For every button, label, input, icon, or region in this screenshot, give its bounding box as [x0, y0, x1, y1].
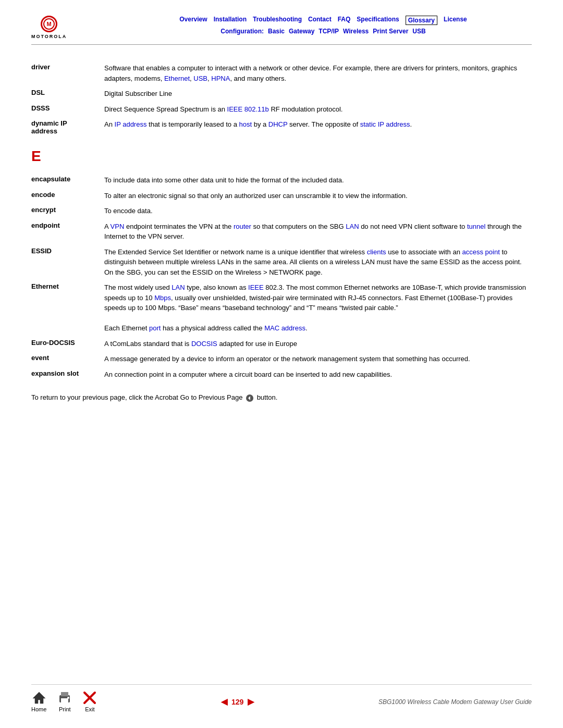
link-hpna[interactable]: HPNA [211, 75, 230, 82]
nav-bottom: Configuration: Basic Gateway TCP/IP Wire… [221, 28, 425, 35]
term-row-endpoint: endpoint A VPN endpoint terminates the V… [31, 219, 532, 244]
link-usb[interactable]: USB [193, 75, 207, 82]
term-essid: ESSID [31, 244, 104, 280]
term-dynamic-ip: dynamic IPaddress [31, 117, 104, 138]
nav-contact[interactable]: Contact [308, 16, 332, 25]
motorola-text-label: MOTOROLA [31, 34, 67, 39]
term-row-driver: driver Software that enables a computer … [31, 60, 532, 86]
link-tunnel[interactable]: tunnel [467, 223, 485, 230]
link-mbps[interactable]: Mbps [154, 294, 171, 302]
term-encode: encode [31, 188, 104, 204]
term-row-dsl: DSL Digital Subscriber Line [31, 86, 532, 102]
exit-icon [83, 691, 96, 705]
term-row-encode: encode To alter an electronic signal so … [31, 188, 532, 204]
link-static-ip[interactable]: static IP address [360, 120, 410, 128]
term-row-encrypt: encrypt To encode data. [31, 203, 532, 219]
next-page-button[interactable]: ▶ [248, 697, 254, 707]
home-icon [32, 691, 46, 705]
nav-usb[interactable]: USB [412, 28, 425, 35]
print-label: Print [59, 706, 71, 712]
exit-label: Exit [85, 706, 94, 712]
svg-rect-6 [61, 692, 68, 696]
link-host[interactable]: host [239, 120, 252, 128]
page-wrapper: M MOTOROLA Overview Installation Trouble… [0, 0, 563, 450]
term-row-dynamic-ip: dynamic IPaddress An IP address that is … [31, 117, 532, 138]
footer-note-text: To return to your previous page, click t… [31, 393, 242, 401]
nav-wireless[interactable]: Wireless [343, 28, 369, 35]
nav-troubleshooting[interactable]: Troubleshooting [253, 16, 302, 25]
term-encrypt: encrypt [31, 203, 104, 219]
term-driver: driver [31, 60, 104, 86]
link-ieee80211b[interactable]: IEEE 802.11b [227, 105, 269, 113]
nav-faq[interactable]: FAQ [338, 16, 351, 25]
svg-rect-7 [61, 698, 68, 702]
footer-note-end: button. [257, 393, 278, 401]
def-driver: Software that enables a computer to inte… [104, 60, 532, 86]
home-button[interactable]: Home [31, 691, 46, 712]
term-euro-docsis: Euro-DOCSIS [31, 336, 104, 352]
def-expansion-slot: An connection point in a computer where … [104, 367, 532, 382]
term-encapsulate: encapsulate [31, 172, 104, 188]
def-encode: To alter an electronic signal so that on… [104, 188, 532, 204]
nav-top: Overview Installation Troubleshooting Co… [179, 16, 467, 25]
nav-overview[interactable]: Overview [179, 16, 207, 25]
section-letter-e: E [31, 148, 532, 165]
svg-text:M: M [47, 21, 52, 27]
exit-button[interactable]: Exit [83, 691, 96, 712]
doc-title: SBG1000 Wireless Cable Modem Gateway Use… [378, 698, 532, 706]
term-dsss: DSSS [31, 102, 104, 117]
e-section-table: encapsulate To include data into some ot… [31, 172, 532, 382]
header: M MOTOROLA Overview Installation Trouble… [31, 16, 532, 45]
footer-center: ◀ 129 ▶ [96, 697, 378, 707]
term-row-euro-docsis: Euro-DOCSIS A tComLabs standard that is … [31, 336, 532, 352]
link-docsis[interactable]: DOCSIS [191, 340, 217, 348]
link-port[interactable]: port [149, 324, 161, 332]
svg-marker-4 [33, 692, 45, 704]
nav-license[interactable]: License [444, 16, 467, 25]
def-euro-docsis: A tComLabs standard that is DOCSIS adapt… [104, 336, 532, 352]
nav-basic[interactable]: Basic [268, 28, 285, 35]
logo-area: M MOTOROLA [31, 16, 115, 39]
nav-glossary[interactable]: Glossary [406, 16, 437, 25]
term-endpoint: endpoint [31, 219, 104, 244]
def-dsss: Direct Sequence Spread Spectrum is an IE… [104, 102, 532, 117]
footer-note: To return to your previous page, click t… [31, 392, 532, 403]
term-row-expansion-slot: expansion slot An connection point in a … [31, 367, 532, 382]
page-footer: Home Print Exit ◀ 129 [31, 684, 532, 712]
term-row-event: event A message generated by a device to… [31, 351, 532, 367]
motorola-logo: M MOTOROLA [31, 16, 67, 39]
term-row-dsss: DSSS Direct Sequence Spread Spectrum is … [31, 102, 532, 117]
nav-installation[interactable]: Installation [214, 16, 247, 25]
nav-specifications[interactable]: Specifications [357, 16, 399, 25]
prev-page-button[interactable]: ◀ [221, 697, 227, 707]
term-event: event [31, 351, 104, 367]
nav-printserver[interactable]: Print Server [373, 28, 408, 35]
def-dynamic-ip: An IP address that is temporarily leased… [104, 117, 532, 138]
link-dhcp[interactable]: DHCP [268, 120, 288, 128]
term-row-ethernet: Ethernet The most widely used LAN type, … [31, 280, 532, 336]
footer-icons: Home Print Exit [31, 691, 96, 712]
motorola-logo-icon: M [41, 16, 57, 32]
link-ieee[interactable]: IEEE [248, 283, 264, 291]
link-router[interactable]: router [234, 223, 251, 230]
link-lan2[interactable]: LAN [172, 283, 185, 291]
term-expansion-slot: expansion slot [31, 367, 104, 382]
term-ethernet: Ethernet [31, 280, 104, 336]
link-lan[interactable]: LAN [346, 223, 359, 230]
nav-gateway[interactable]: Gateway [289, 28, 314, 35]
link-ethernet[interactable]: Ethernet [164, 75, 190, 82]
print-icon [57, 691, 72, 705]
print-button[interactable]: Print [57, 691, 72, 712]
link-ip-address[interactable]: IP address [115, 120, 147, 128]
def-dsl: Digital Subscriber Line [104, 86, 532, 102]
home-label: Home [31, 706, 46, 712]
page-number: 129 [231, 698, 243, 706]
link-vpn[interactable]: VPN [111, 223, 125, 230]
term-row-essid: ESSID The Extended Service Set Identifie… [31, 244, 532, 280]
term-dsl: DSL [31, 86, 104, 102]
link-access-point[interactable]: access point [462, 248, 500, 256]
def-endpoint: A VPN endpoint terminates the VPN at the… [104, 219, 532, 244]
nav-tcpip[interactable]: TCP/IP [319, 28, 339, 35]
link-mac-address[interactable]: MAC address [264, 324, 305, 332]
link-clients[interactable]: clients [367, 248, 386, 256]
